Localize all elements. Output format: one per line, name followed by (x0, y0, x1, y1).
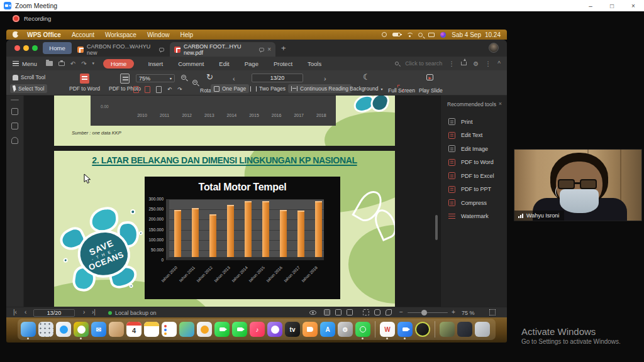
settings-gear-icon[interactable]: ⚙ (473, 60, 479, 67)
prev-page-icon[interactable]: ‹ (25, 309, 26, 315)
continuous-view-icon[interactable] (324, 309, 330, 315)
dock-icon-obs[interactable] (415, 322, 430, 337)
tool-item-edit-image[interactable]: Edit Image (448, 145, 504, 152)
dock-icon-podcasts[interactable] (267, 322, 282, 337)
zoom-slider[interactable] (408, 312, 448, 314)
continuous-reading-button[interactable]: Continuous Reading (288, 84, 352, 93)
dock-icon-messages[interactable] (214, 322, 230, 337)
document-scrollbar[interactable] (435, 215, 438, 240)
dock-icon-mail[interactable]: ✉ (91, 322, 106, 337)
zoom-in-icon[interactable] (192, 80, 197, 85)
ribbon-tab-edit[interactable]: Edit (219, 60, 229, 67)
page-indicator-input[interactable]: 13/20 (252, 74, 303, 82)
dock-icon-books[interactable] (303, 322, 318, 337)
menu-label[interactable]: Menu (22, 60, 37, 67)
ribbon-tab-page[interactable]: Page (245, 60, 258, 67)
minimize-button[interactable]: – (580, 0, 601, 11)
mac-zoom-light[interactable] (32, 45, 38, 51)
tab-close-icon[interactable]: × (267, 46, 271, 53)
display-icon[interactable] (428, 33, 435, 37)
apple-menu-icon[interactable] (13, 31, 18, 38)
collapse-ribbon-icon[interactable]: ^ (497, 60, 501, 67)
rotate-left-icon[interactable]: ↶ (167, 86, 172, 93)
more-dots-icon[interactable]: ⋮ (448, 60, 455, 67)
tool-item-pdf-to-ppt[interactable]: PDF to PPT (448, 186, 504, 193)
siri-icon[interactable] (440, 32, 446, 38)
fullscreen-toggle-icon[interactable] (489, 309, 496, 315)
ribbon-tab-tools[interactable]: Tools (308, 60, 321, 67)
dock-icon-window-thumb-2[interactable] (457, 322, 472, 337)
dock-icon-wps-office[interactable]: W (380, 322, 395, 337)
select-tool-button[interactable]: Select Tool (10, 84, 47, 93)
tab-pdf-active[interactable]: CARBON FOOT...HYU new.pdf × (170, 42, 275, 57)
dock-icon-finder[interactable] (21, 322, 36, 337)
menubar-item-wps-office[interactable]: WPS Office (27, 31, 61, 38)
dock-icon-tv[interactable]: tv (285, 322, 300, 337)
menubar-item-workspace[interactable]: Workspace (105, 31, 136, 38)
ribbon-tab-comment[interactable]: Comment (178, 60, 204, 67)
play-slide-label[interactable]: Play Slide (419, 87, 443, 94)
dock-icon-music[interactable]: ♪ (250, 322, 265, 337)
dock-icon-zoom[interactable] (397, 322, 413, 337)
participant-video[interactable]: Wahyu Isroni (514, 149, 642, 221)
wifi-icon[interactable] (406, 33, 413, 37)
two-pages-button[interactable]: Two Pages ▾ (250, 85, 290, 92)
search-input[interactable]: Click to search (405, 60, 442, 67)
zoom-level-select[interactable]: 75% ▾ (136, 74, 175, 82)
search-icon[interactable] (395, 62, 399, 65)
zoom-out-button[interactable]: − (399, 309, 403, 315)
dock-icon-reminders[interactable] (162, 322, 177, 337)
export-panel-icon[interactable] (11, 137, 18, 144)
hamburger-menu-icon[interactable] (13, 61, 19, 66)
tool-item-pdf-to-word[interactable]: PDF to Word (448, 159, 504, 166)
one-page-button[interactable]: One Page (211, 84, 249, 93)
shortcuts-icon[interactable] (382, 32, 387, 37)
shape-icon[interactable] (386, 309, 392, 315)
dock-icon-facetime[interactable] (232, 322, 247, 337)
double-page-view-icon[interactable] (347, 309, 353, 315)
more-caret-icon[interactable]: ▾ (92, 61, 95, 66)
outline-panel-icon[interactable] (11, 108, 18, 115)
dock-icon-trash[interactable] (475, 322, 490, 337)
rotate-page-icon[interactable]: ↻ (206, 72, 213, 82)
ribbon-tab-protect[interactable]: Protect (274, 60, 292, 67)
dock-icon-photos[interactable] (197, 322, 212, 337)
print-icon[interactable] (58, 62, 65, 66)
spotlight-icon[interactable] (418, 33, 423, 37)
close-button[interactable]: × (623, 0, 644, 11)
undo-icon[interactable]: ↶ (70, 60, 75, 67)
fit-page-icon[interactable] (133, 86, 139, 93)
menubar-item-window[interactable]: Window (147, 31, 170, 38)
dock-icon-chrome[interactable] (74, 322, 89, 337)
rotate-right-icon[interactable]: ↷ (177, 86, 182, 93)
background-button[interactable]: Background ▾ (350, 85, 382, 92)
dock-icon-safari[interactable] (56, 322, 71, 337)
dock-icon-window-thumb-1[interactable] (440, 322, 455, 337)
dock-icon-launchpad[interactable] (38, 322, 53, 337)
new-tab-button[interactable]: + (281, 43, 286, 53)
tab-document[interactable]: CARBON FOO...WAHYU new (73, 42, 169, 57)
full-screen-label[interactable]: Full Screen (388, 87, 415, 94)
dock-icon-settings[interactable]: ⚙ (338, 322, 353, 337)
dock-icon-notes[interactable] (144, 322, 159, 337)
scroll-tool-button[interactable]: Scroll Tool (13, 74, 45, 80)
single-page-view-icon[interactable] (335, 309, 341, 315)
fit-width-icon[interactable] (145, 86, 150, 93)
zoom-out-icon[interactable] (181, 75, 186, 80)
play-slide-icon[interactable]: ▶ (426, 74, 433, 80)
fit-frame-icon[interactable] (363, 309, 369, 315)
tool-item-edit-text[interactable]: Edit Text (448, 132, 504, 139)
tool-item-watermark[interactable]: Watermark (448, 213, 504, 220)
dock-icon-calendar[interactable]: 4 (126, 322, 142, 337)
tab-home[interactable]: Home (43, 42, 72, 54)
next-page-icon[interactable]: › (324, 75, 326, 82)
account-avatar[interactable] (489, 43, 499, 53)
ribbon-tab-insert[interactable]: Insert (148, 60, 163, 67)
next-page-icon[interactable]: › (83, 309, 85, 315)
fit-height-icon[interactable] (156, 86, 162, 93)
tool-item-print[interactable]: Print (448, 118, 504, 125)
dock-icon-whatsapp[interactable] (355, 322, 370, 337)
first-page-icon[interactable]: |‹ (13, 309, 17, 315)
menubar-item-account[interactable]: Account (72, 31, 94, 38)
panel-close-icon[interactable]: × (499, 101, 502, 107)
